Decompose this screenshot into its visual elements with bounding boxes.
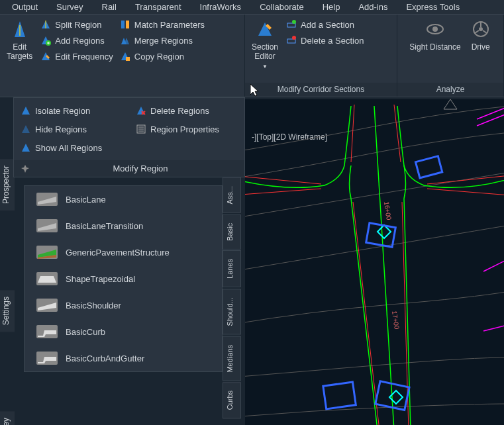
menu-infraworks[interactable]: InfraWorks — [191, 1, 251, 13]
asm-basiccurbandgutter[interactable]: BasicCurbAndGutter — [25, 345, 222, 371]
isolate-icon — [21, 105, 31, 116]
menu-output[interactable]: Output — [3, 1, 47, 13]
svg-line-15 — [483, 30, 487, 33]
dropdown-footer[interactable]: Modify Region — [14, 160, 244, 177]
tab-settings[interactable]: Settings — [0, 290, 15, 332]
asm-item-label: BasicShoulder — [66, 301, 121, 310]
asm-shapetrapezoidal[interactable]: ShapeTrapezoidal — [25, 265, 222, 292]
copy-icon — [120, 51, 130, 62]
menu-collaborate[interactable]: Collaborate — [250, 1, 313, 13]
asm-item-label: BasicLane — [66, 195, 106, 205]
svg-line-25 — [483, 324, 504, 331]
split-icon — [40, 19, 51, 30]
isolate-region-button[interactable]: Isolate Region — [19, 105, 119, 117]
asm-basicshoulder[interactable]: BasicShoulder — [25, 292, 222, 318]
menu-survey[interactable]: Survey — [47, 1, 92, 13]
menu-addins[interactable]: Add-ins — [349, 1, 397, 13]
edit-targets-label: Edit Targets — [7, 42, 32, 61]
match-parameters-button[interactable]: Match Parameters — [119, 19, 206, 30]
asmtab-assemblies[interactable]: Ass... — [223, 177, 241, 213]
ribbon-panel-modify: Edit Targets Split Region Add Regions Ed… — [0, 15, 245, 97]
pavement-thumb-icon — [36, 246, 58, 259]
ribbon-panel-analyze: Sight Distance Drive Analyze — [397, 15, 504, 97]
station-label: 17+00 — [391, 310, 401, 330]
asm-genericpavement[interactable]: GenericPavementStructure — [25, 239, 222, 265]
add-regions-button[interactable]: Add Regions — [39, 34, 114, 46]
hide-regions-button[interactable]: Hide Regions — [19, 123, 119, 135]
merge-regions-label: Merge Regions — [134, 36, 193, 46]
curbgutter-thumb-icon — [36, 352, 58, 365]
cursor-icon — [250, 84, 261, 97]
split-region-label: Split Region — [55, 20, 101, 30]
asm-basiclanetransition[interactable]: BasicLaneTransition — [25, 212, 222, 239]
svg-point-6 — [292, 20, 296, 24]
steering-icon — [470, 19, 491, 40]
svg-rect-2 — [121, 21, 125, 28]
corridor-icon — [9, 19, 30, 40]
trap-thumb-icon — [36, 272, 58, 285]
drive-label: Drive — [472, 42, 490, 52]
asmtab-basic[interactable]: Basic — [223, 214, 241, 250]
edit-frequency-button[interactable]: Edit Frequency — [39, 50, 114, 62]
delete-regions-icon — [136, 105, 146, 116]
edit-freq-icon — [40, 51, 51, 62]
copy-region-label: Copy Region — [134, 52, 184, 62]
delete-section-button[interactable]: Delete a Section — [285, 34, 365, 46]
dropdown-footer-label: Modify Region — [36, 164, 244, 173]
isolate-region-label: Isolate Region — [35, 106, 90, 116]
lane-thumb-icon — [36, 193, 58, 206]
delete-section-label: Delete a Section — [301, 36, 364, 46]
asmtab-shoulders[interactable]: Should... — [223, 289, 241, 334]
svg-point-10 — [432, 26, 438, 32]
menu-rail[interactable]: Rail — [93, 1, 126, 13]
drawing-canvas: 16+00 17+00 — [245, 99, 504, 425]
tab-prospector[interactable]: Prospector — [0, 159, 15, 211]
drive-button[interactable]: Drive — [468, 17, 494, 80]
assembly-tabs: Ass... Basic Lanes Should... Medians Cur… — [223, 177, 241, 420]
assembly-list: BasicLane BasicLaneTransition GenericPav… — [24, 185, 223, 372]
panel-label-sections: Modify Corridor Sections — [245, 83, 397, 97]
properties-icon — [136, 124, 146, 134]
merge-icon — [120, 35, 130, 46]
menu-transparent[interactable]: Transparent — [126, 1, 191, 13]
add-section-label: Add a Section — [301, 20, 354, 30]
delete-section-icon — [286, 35, 297, 46]
svg-rect-29 — [323, 382, 356, 409]
tab-survey[interactable]: Survey — [0, 411, 15, 425]
show-all-regions-button[interactable]: Show All Regions — [19, 142, 119, 154]
svg-line-23 — [477, 113, 504, 126]
delete-regions-button[interactable]: Delete Regions — [134, 105, 234, 117]
asmtab-medians[interactable]: Medians — [223, 336, 241, 381]
menubar: Output Survey Rail Transparent InfraWork… — [0, 0, 504, 15]
menu-expresstools[interactable]: Express Tools — [397, 1, 469, 13]
menu-help[interactable]: Help — [313, 1, 350, 13]
sight-distance-label: Sight Distance — [409, 42, 460, 52]
asmtab-curbs[interactable]: Curbs — [223, 382, 241, 418]
match-parameters-label: Match Parameters — [134, 20, 205, 30]
svg-line-21 — [374, 106, 394, 425]
add-section-icon — [286, 19, 297, 30]
asmtab-lanes[interactable]: Lanes — [223, 250, 241, 287]
asm-item-label: ShapeTrapezoidal — [66, 274, 135, 284]
asm-item-label: BasicCurb — [66, 327, 105, 337]
svg-line-24 — [483, 258, 504, 271]
svg-point-8 — [292, 36, 296, 40]
add-section-button[interactable]: Add a Section — [285, 19, 365, 30]
merge-regions-button[interactable]: Merge Regions — [119, 34, 206, 46]
copy-region-button[interactable]: Copy Region — [119, 50, 206, 62]
delete-regions-label: Delete Regions — [150, 106, 209, 116]
section-editor-button[interactable]: Section Editor ▼ — [249, 17, 281, 80]
hide-regions-label: Hide Regions — [35, 124, 87, 134]
edit-targets-button[interactable]: Edit Targets — [4, 17, 35, 94]
ribbon-panel-sections: Section Editor ▼ Add a Section Delete a … — [245, 15, 397, 97]
region-properties-button[interactable]: Region Properties — [134, 123, 234, 135]
show-all-regions-label: Show All Regions — [35, 143, 102, 153]
split-region-button[interactable]: Split Region — [39, 19, 114, 30]
sight-distance-button[interactable]: Sight Distance — [407, 17, 463, 80]
asm-basiclane[interactable]: BasicLane — [25, 186, 222, 212]
hide-icon — [21, 124, 31, 134]
drawing-viewport[interactable]: -][Top][2D Wireframe] — [245, 99, 504, 425]
panel-label-analyze: Analyze — [397, 83, 503, 97]
edit-frequency-label: Edit Frequency — [55, 52, 113, 62]
asm-basiccurb[interactable]: BasicCurb — [25, 318, 222, 345]
